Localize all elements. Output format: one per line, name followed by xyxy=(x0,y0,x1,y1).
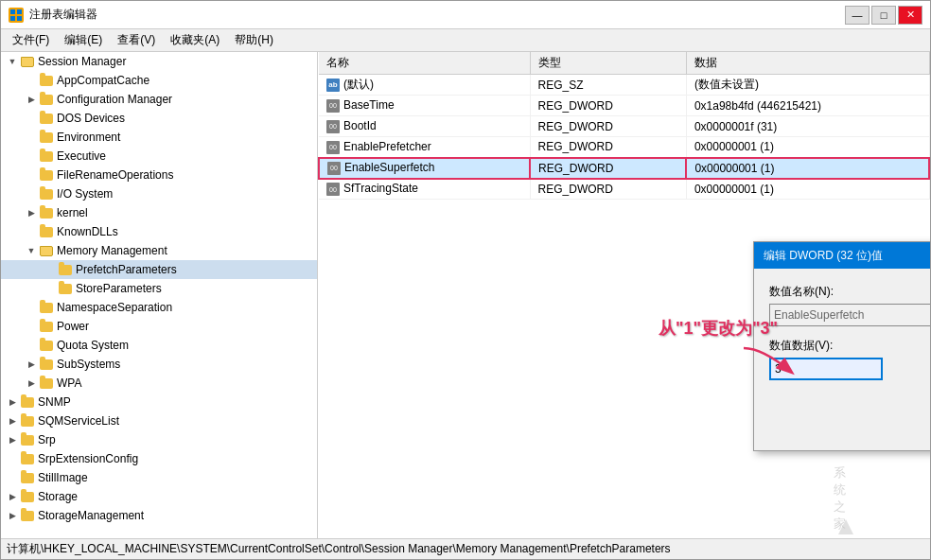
tree-item-subsystems[interactable]: ▶ SubSystems xyxy=(1,355,317,374)
tree-item-storage[interactable]: ▶ Storage xyxy=(1,487,317,506)
tree-item-snmp[interactable]: ▶ SNMP xyxy=(1,393,317,411)
tree-item-power[interactable]: ▶ Power xyxy=(1,317,317,336)
status-bar: 计算机\HKEY_LOCAL_MACHINE\SYSTEM\CurrentCon… xyxy=(1,538,930,559)
tree-item-knowndlls[interactable]: ▶ KnownDLLs xyxy=(1,222,317,241)
menu-view[interactable]: 查看(V) xyxy=(110,30,163,50)
tree-item-quota[interactable]: ▶ Quota System xyxy=(1,336,317,355)
tree-label-appcompat: AppCompatCache xyxy=(57,74,149,87)
expander-kernel[interactable]: ▶ xyxy=(24,205,39,220)
expander-namespace[interactable]: ▶ xyxy=(24,300,39,315)
expander-session-manager[interactable]: ▼ xyxy=(5,54,20,69)
tree-item-srp[interactable]: ▶ Srp xyxy=(1,430,317,449)
expander-quota[interactable]: ▶ xyxy=(24,338,39,353)
expander-stillimage[interactable]: ▶ xyxy=(5,470,20,485)
dialog-data-input[interactable] xyxy=(769,358,883,380)
expander-dos[interactable]: ▶ xyxy=(24,111,39,126)
expander-exec[interactable]: ▶ xyxy=(24,149,39,164)
tree-item-kernel[interactable]: ▶ kernel xyxy=(1,203,317,222)
folder-icon-filerename xyxy=(39,168,54,182)
expander-srpext[interactable]: ▶ xyxy=(5,451,20,466)
close-button[interactable]: ✕ xyxy=(898,6,922,25)
expander-power[interactable]: ▶ xyxy=(24,319,39,334)
edit-dword-dialog: 编辑 DWORD (32 位)值 ✕ 数值名称(N): 数值数据(V): xyxy=(753,241,930,451)
tree-label-memory: Memory Management xyxy=(57,244,167,257)
tree-item-memory-management[interactable]: ▼ Memory Management xyxy=(1,241,317,260)
expander-storage[interactable]: ▶ xyxy=(5,489,20,504)
tree-label-quota: Quota System xyxy=(57,339,129,352)
tree-item-dos-devices[interactable]: ▶ DOS Devices xyxy=(1,109,317,128)
menu-edit[interactable]: 编辑(E) xyxy=(57,30,110,50)
right-panel: 名称 类型 数据 ab(默认) REG_SZ (数值未设置) xyxy=(318,52,930,538)
window-title: 注册表编辑器 xyxy=(29,7,97,23)
dialog-title-text: 编辑 DWORD (32 位)值 xyxy=(764,248,883,264)
tree-item-executive[interactable]: ▶ Executive xyxy=(1,147,317,166)
tree-label-storagemgmt: StorageManagement xyxy=(38,509,144,522)
dialog-value-row: 数值数据(V): 基数 十六进制(H) xyxy=(769,338,930,395)
tree-label-env: Environment xyxy=(57,131,120,144)
folder-icon-prefetch xyxy=(58,263,73,276)
tree-item-stillimage[interactable]: ▶ StillImage xyxy=(1,468,317,487)
tree-panel[interactable]: ▼ Session Manager ▶ AppCompatCache ▶ Con… xyxy=(1,52,318,538)
expander-appcompat[interactable]: ▶ xyxy=(24,73,39,88)
folder-icon-snmp xyxy=(20,395,35,409)
tree-item-prefetch[interactable]: ▶ PrefetchParameters xyxy=(1,260,317,279)
tree-item-namespace[interactable]: ▶ NamespaceSeparation xyxy=(1,298,317,317)
tree-item-sqm[interactable]: ▶ SQMServiceList xyxy=(1,411,317,430)
tree-item-filerename[interactable]: ▶ FileRenameOperations xyxy=(1,166,317,184)
folder-icon-wpa xyxy=(39,376,54,390)
dialog-data-label: 数值数据(V): xyxy=(769,338,930,354)
dialog-buttons: 确定 取消 xyxy=(769,411,930,435)
dialog-body: 数值名称(N): 数值数据(V): 基数 xyxy=(754,269,930,450)
expander-store[interactable]: ▶ xyxy=(43,281,58,296)
expander-sqm[interactable]: ▶ xyxy=(5,413,20,429)
maximize-button[interactable]: □ xyxy=(871,6,896,25)
expander-subsystems[interactable]: ▶ xyxy=(24,357,39,372)
tree-item-session-manager[interactable]: ▼ Session Manager xyxy=(1,52,317,71)
tree-item-appcompat[interactable]: ▶ AppCompatCache xyxy=(1,71,317,90)
tree-label-session-manager: Session Manager xyxy=(38,55,126,68)
tree-label-storage: Storage xyxy=(38,490,78,503)
expander-memory[interactable]: ▼ xyxy=(24,243,39,258)
tree-label-sqm: SQMServiceList xyxy=(38,414,119,428)
folder-icon-appcompat xyxy=(39,74,54,87)
expander-snmp[interactable]: ▶ xyxy=(5,394,20,410)
dialog-name-input[interactable] xyxy=(769,304,930,326)
expander-io[interactable]: ▶ xyxy=(24,186,39,201)
expander-prefetch[interactable]: ▶ xyxy=(43,262,58,277)
tree-label-namespace: NamespaceSeparation xyxy=(57,301,172,314)
tree-item-config-manager[interactable]: ▶ Configuration Manager xyxy=(1,90,317,109)
tree-label-srp: Srp xyxy=(38,433,56,446)
folder-icon-power xyxy=(39,320,54,333)
folder-icon-subsystems xyxy=(39,358,54,371)
expander-config-manager[interactable]: ▶ xyxy=(24,92,39,107)
folder-icon-memory xyxy=(39,244,54,257)
minimize-button[interactable]: — xyxy=(845,6,870,25)
dialog-name-label: 数值名称(N): xyxy=(769,284,930,300)
tree-label-snmp: SNMP xyxy=(38,395,71,409)
tree-item-store[interactable]: ▶ StoreParameters xyxy=(1,279,317,298)
svg-rect-3 xyxy=(17,16,22,21)
tree-label-config-manager: Configuration Manager xyxy=(57,93,172,106)
expander-storagemgmt[interactable]: ▶ xyxy=(5,508,20,523)
tree-item-srpext[interactable]: ▶ SrpExtensionConfig xyxy=(1,449,317,468)
folder-icon-config-manager xyxy=(39,93,54,106)
title-bar-left: 注册表编辑器 xyxy=(9,7,97,23)
folder-icon-namespace xyxy=(39,301,54,314)
folder-icon-kernel xyxy=(39,206,54,219)
expander-srp[interactable]: ▶ xyxy=(5,432,20,447)
app-icon xyxy=(9,8,24,23)
expander-filerename[interactable]: ▶ xyxy=(24,167,39,183)
tree-item-storagemgmt[interactable]: ▶ StorageManagement xyxy=(1,506,317,525)
expander-wpa[interactable]: ▶ xyxy=(24,376,39,391)
svg-rect-2 xyxy=(10,16,15,21)
tree-item-wpa[interactable]: ▶ WPA xyxy=(1,374,317,393)
expander-env[interactable]: ▶ xyxy=(24,130,39,145)
menu-favorites[interactable]: 收藏夹(A) xyxy=(163,30,227,50)
tree-item-environment[interactable]: ▶ Environment xyxy=(1,128,317,147)
expander-knowndlls[interactable]: ▶ xyxy=(24,224,39,239)
menu-file[interactable]: 文件(F) xyxy=(5,30,57,50)
menu-help[interactable]: 帮助(H) xyxy=(227,30,281,50)
dialog-title-bar: 编辑 DWORD (32 位)值 ✕ xyxy=(754,242,930,269)
tree-item-io[interactable]: ▶ I/O System xyxy=(1,184,317,203)
folder-icon-stillimage xyxy=(20,471,35,484)
